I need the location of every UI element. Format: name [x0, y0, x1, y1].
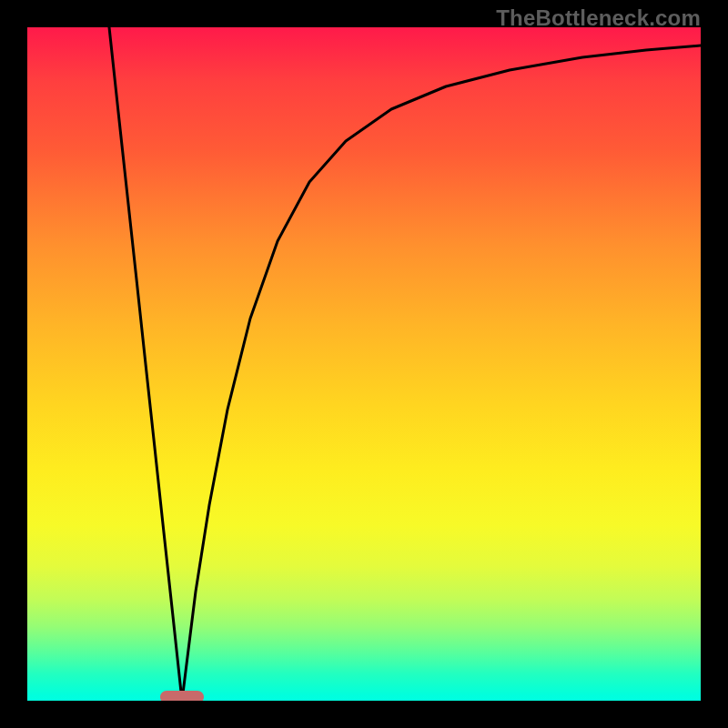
- curve-left-branch: [109, 27, 182, 701]
- bottleneck-marker: [160, 691, 204, 701]
- chart-frame: TheBottleneck.com: [0, 0, 728, 728]
- curve-layer: [27, 27, 701, 701]
- plot-area: [27, 27, 701, 701]
- curve-right-branch: [182, 46, 701, 701]
